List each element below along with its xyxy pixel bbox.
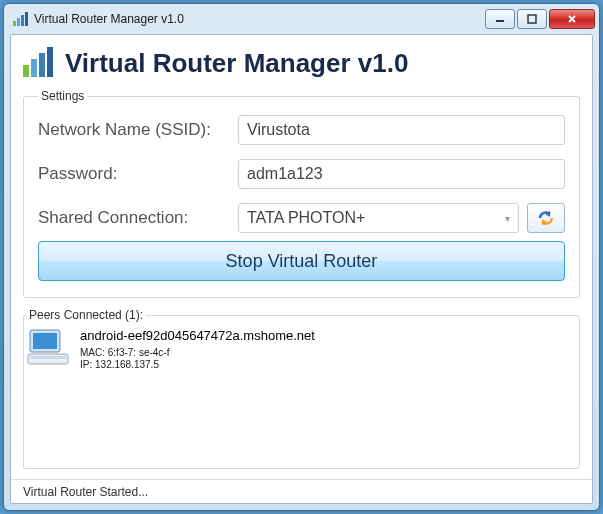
client-area: Virtual Router Manager v1.0 Settings Net… bbox=[10, 34, 593, 504]
ssid-input[interactable] bbox=[238, 115, 565, 145]
ssid-label: Network Name (SSID): bbox=[38, 120, 238, 140]
app-icon bbox=[12, 11, 28, 27]
svg-rect-1 bbox=[17, 18, 20, 26]
svg-rect-15 bbox=[33, 333, 57, 349]
settings-group: Settings Network Name (SSID): Password: … bbox=[23, 89, 580, 298]
shared-connection-label: Shared Connection: bbox=[38, 208, 238, 228]
window-controls bbox=[485, 9, 595, 29]
svg-rect-8 bbox=[23, 65, 29, 77]
svg-rect-0 bbox=[13, 21, 16, 26]
peer-info: android-eef92d045647472a.mshome.net MAC:… bbox=[80, 328, 315, 371]
peer-ip: IP: 132.168.137.5 bbox=[80, 359, 315, 371]
app-logo-icon bbox=[23, 45, 55, 81]
peers-legend: Peers Connected (1): bbox=[26, 308, 146, 322]
status-bar: Virtual Router Started... bbox=[11, 479, 592, 503]
settings-legend: Settings bbox=[38, 89, 87, 103]
chevron-down-icon: ▾ bbox=[505, 213, 510, 224]
page-title: Virtual Router Manager v1.0 bbox=[65, 48, 408, 79]
close-button[interactable] bbox=[549, 9, 595, 29]
svg-rect-2 bbox=[21, 15, 24, 26]
status-text: Virtual Router Started... bbox=[15, 485, 148, 499]
maximize-button[interactable] bbox=[517, 9, 547, 29]
titlebar[interactable]: Virtual Router Manager v1.0 bbox=[4, 4, 599, 34]
app-header: Virtual Router Manager v1.0 bbox=[23, 45, 580, 81]
shared-connection-select[interactable]: TATA PHOTON+ ▾ bbox=[238, 203, 519, 233]
minimize-button[interactable] bbox=[485, 9, 515, 29]
application-window: Virtual Router Manager v1.0 Virtual Rout… bbox=[3, 3, 600, 511]
svg-rect-5 bbox=[528, 15, 536, 23]
refresh-button[interactable] bbox=[527, 203, 565, 233]
password-row: Password: bbox=[38, 159, 565, 189]
refresh-icon bbox=[536, 209, 556, 227]
stop-router-button[interactable]: Stop Virtual Router bbox=[38, 241, 565, 281]
svg-rect-17 bbox=[30, 356, 66, 359]
shared-connection-row: Shared Connection: TATA PHOTON+ ▾ bbox=[38, 203, 565, 233]
password-label: Password: bbox=[38, 164, 238, 184]
shared-connection-value: TATA PHOTON+ bbox=[247, 209, 365, 227]
password-input[interactable] bbox=[238, 159, 565, 189]
peer-item[interactable]: android-eef92d045647472a.mshome.net MAC:… bbox=[26, 328, 579, 371]
ssid-row: Network Name (SSID): bbox=[38, 115, 565, 145]
computer-icon bbox=[26, 328, 70, 368]
peers-group: Peers Connected (1): android-eef92d04564… bbox=[23, 308, 580, 469]
peer-hostname: android-eef92d045647472a.mshome.net bbox=[80, 328, 315, 343]
svg-rect-10 bbox=[39, 53, 45, 77]
peer-mac: MAC: 6:f3-7: se-4c-f bbox=[80, 347, 315, 359]
svg-rect-11 bbox=[47, 47, 53, 77]
svg-rect-3 bbox=[25, 12, 28, 26]
svg-rect-9 bbox=[31, 59, 37, 77]
window-title: Virtual Router Manager v1.0 bbox=[34, 12, 485, 26]
